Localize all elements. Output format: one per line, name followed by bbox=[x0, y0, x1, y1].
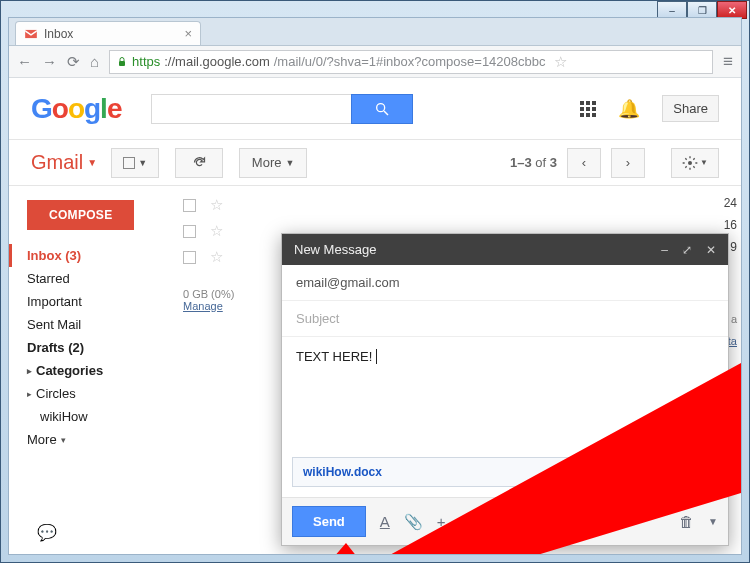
tab-title: Inbox bbox=[44, 27, 73, 41]
gmail-switcher[interactable]: Gmail ▼ bbox=[31, 151, 97, 174]
select-all-button[interactable]: ▼ bbox=[111, 148, 159, 178]
chevron-down-icon: ▾ bbox=[61, 435, 66, 445]
page: Google 🔔 Share Gmail ▼ bbox=[9, 78, 741, 554]
os-titlebar: – ❐ ✕ bbox=[1, 1, 749, 17]
search-box bbox=[151, 94, 413, 124]
compose-window: New Message – ⤢ ✕ email@gmail.com Subjec… bbox=[281, 233, 729, 546]
chevron-down-icon: ▼ bbox=[700, 158, 708, 167]
sidebar-item-inbox[interactable]: Inbox (3) bbox=[9, 244, 179, 267]
row-star-icon[interactable]: ☆ bbox=[210, 248, 223, 266]
compose-body[interactable]: TEXT HERE! bbox=[282, 337, 728, 457]
row-checkbox[interactable] bbox=[183, 251, 196, 264]
lock-icon bbox=[116, 56, 128, 68]
text-cursor bbox=[372, 349, 377, 364]
compose-subject-field[interactable]: Subject bbox=[282, 301, 728, 337]
back-button[interactable]: ← bbox=[17, 53, 32, 71]
gear-icon bbox=[682, 155, 698, 171]
apps-grid-icon[interactable] bbox=[580, 101, 596, 117]
share-button[interactable]: Share bbox=[662, 95, 719, 122]
mail-row[interactable]: ☆ bbox=[179, 192, 741, 218]
caret-right-icon: ▸ bbox=[27, 389, 32, 399]
browser-window: Inbox × ← → ⟳ ⌂ https ://mail.google.com… bbox=[8, 17, 742, 555]
bookmark-star-icon[interactable]: ☆ bbox=[554, 53, 567, 71]
reload-button[interactable]: ⟳ bbox=[67, 53, 80, 71]
svg-rect-0 bbox=[119, 61, 125, 66]
compose-title: New Message bbox=[294, 242, 376, 257]
pager-text: 1–3 of 3 bbox=[510, 155, 557, 170]
google-bar: Google 🔔 Share bbox=[9, 78, 741, 140]
url-host: ://mail.google.com bbox=[164, 54, 270, 69]
compose-button[interactable]: COMPOSE bbox=[27, 200, 134, 230]
gmail-favicon-icon bbox=[24, 27, 38, 41]
attachment-remove-icon[interactable]: × bbox=[700, 465, 707, 479]
sidebar: COMPOSE Inbox (3) Starred Important Sent… bbox=[9, 186, 179, 554]
search-button[interactable] bbox=[351, 94, 413, 124]
google-logo: Google bbox=[31, 93, 121, 125]
manage-storage-link[interactable]: Manage bbox=[183, 300, 223, 312]
notifications-bell-icon[interactable]: 🔔 bbox=[618, 98, 640, 120]
sidebar-item-wikihow[interactable]: wikiHow bbox=[27, 405, 179, 428]
refresh-button[interactable] bbox=[175, 148, 223, 178]
compose-to-field[interactable]: email@gmail.com bbox=[282, 265, 728, 301]
row-star-icon[interactable]: ☆ bbox=[210, 222, 223, 240]
chevron-down-icon: ▼ bbox=[87, 157, 97, 168]
compose-close-icon[interactable]: ✕ bbox=[706, 243, 716, 257]
sidebar-item-circles[interactable]: ▸Circles bbox=[27, 382, 179, 405]
home-button[interactable]: ⌂ bbox=[90, 53, 99, 71]
tab-strip: Inbox × bbox=[9, 18, 741, 46]
sidebar-item-sent[interactable]: Sent Mail bbox=[27, 313, 179, 336]
attach-icon[interactable]: 📎 bbox=[404, 513, 423, 531]
more-button[interactable]: More ▼ bbox=[239, 148, 307, 178]
row-checkbox[interactable] bbox=[183, 199, 196, 212]
url-scheme: https bbox=[132, 54, 160, 69]
search-icon bbox=[374, 101, 390, 117]
send-button[interactable]: Send bbox=[292, 506, 366, 537]
browser-menu-icon[interactable]: ≡ bbox=[723, 52, 733, 72]
sidebar-item-drafts[interactable]: Drafts (2) bbox=[27, 336, 179, 359]
svg-point-3 bbox=[688, 161, 692, 165]
browser-toolbar: ← → ⟳ ⌂ https ://mail.google.com /mail/u… bbox=[9, 46, 741, 78]
sidebar-item-more[interactable]: More▾ bbox=[27, 428, 179, 451]
more-options-icon[interactable]: ▼ bbox=[708, 516, 718, 527]
tab-close-icon[interactable]: × bbox=[184, 26, 192, 41]
insert-plus-icon[interactable]: + bbox=[437, 513, 446, 530]
forward-button[interactable]: → bbox=[42, 53, 57, 71]
caret-right-icon: ▸ bbox=[27, 366, 32, 376]
gmail-toolbar: Gmail ▼ ▼ More ▼ 1–3 of 3 ‹ › bbox=[9, 140, 741, 186]
search-input[interactable] bbox=[151, 94, 351, 124]
row-checkbox[interactable] bbox=[183, 225, 196, 238]
row-star-icon[interactable]: ☆ bbox=[210, 196, 223, 214]
compose-attachment[interactable]: wikiHow.docx × bbox=[292, 457, 718, 487]
compose-expand-icon[interactable]: ⤢ bbox=[682, 243, 692, 257]
chevron-down-icon: ▼ bbox=[138, 158, 147, 168]
chevron-down-icon: ▼ bbox=[285, 158, 294, 168]
refresh-icon bbox=[192, 155, 207, 170]
attachment-name: wikiHow.docx bbox=[303, 465, 382, 479]
sidebar-item-important[interactable]: Important bbox=[27, 290, 179, 313]
hangouts-icon[interactable]: 💬 bbox=[37, 523, 57, 542]
discard-trash-icon[interactable]: 🗑 bbox=[679, 513, 694, 530]
formatting-icon[interactable]: A bbox=[380, 513, 390, 530]
settings-button[interactable]: ▼ bbox=[671, 148, 719, 178]
compose-header[interactable]: New Message – ⤢ ✕ bbox=[282, 234, 728, 265]
pager-next-button[interactable]: › bbox=[611, 148, 645, 178]
url-path: /mail/u/0/?shva=1#inbox?compose=14208cbb… bbox=[274, 54, 546, 69]
os-window: – ❐ ✕ Inbox × ← → ⟳ ⌂ https bbox=[0, 0, 750, 563]
address-bar[interactable]: https ://mail.google.com /mail/u/0/?shva… bbox=[109, 50, 713, 74]
compose-minimize-icon[interactable]: – bbox=[661, 243, 668, 257]
svg-point-1 bbox=[377, 103, 385, 111]
sidebar-item-starred[interactable]: Starred bbox=[27, 267, 179, 290]
pager-prev-button[interactable]: ‹ bbox=[567, 148, 601, 178]
compose-footer: Send A 📎 + 🗑 ▼ bbox=[282, 497, 728, 545]
sidebar-item-categories[interactable]: ▸Categories bbox=[27, 359, 179, 382]
svg-line-2 bbox=[384, 111, 388, 115]
browser-tab[interactable]: Inbox × bbox=[15, 21, 201, 45]
